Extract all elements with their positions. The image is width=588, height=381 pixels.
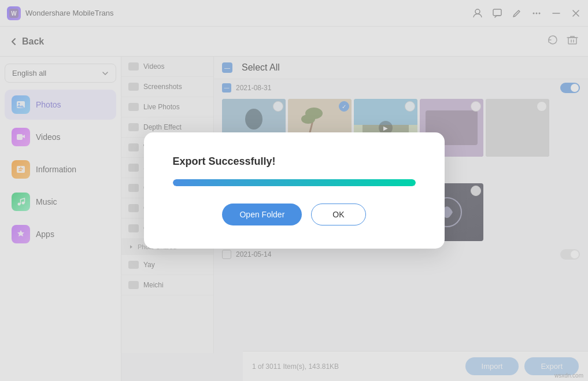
modal-overlay: Export Successfully! Open Folder OK (0, 0, 588, 381)
modal-buttons: Open Folder OK (222, 204, 365, 225)
progress-bar-container (173, 179, 416, 186)
export-success-modal: Export Successfully! Open Folder OK (144, 132, 445, 249)
modal-title: Export Successfully! (173, 156, 276, 168)
watermark: wsxdn.com (554, 372, 583, 379)
open-folder-button[interactable]: Open Folder (222, 204, 302, 225)
progress-bar-fill (173, 179, 416, 186)
ok-button[interactable]: OK (311, 204, 365, 225)
